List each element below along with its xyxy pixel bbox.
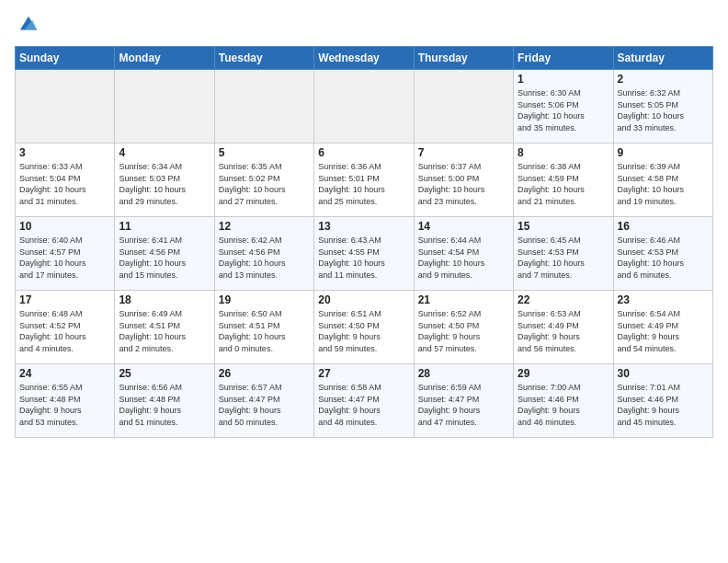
day-number: 8 [518, 146, 609, 159]
calendar-week-3: 10Sunrise: 6:40 AM Sunset: 4:57 PM Dayli… [16, 217, 713, 291]
day-info: Sunrise: 6:32 AM Sunset: 5:05 PM Dayligh… [618, 87, 709, 133]
day-number: 17 [19, 293, 110, 306]
day-info: Sunrise: 6:42 AM Sunset: 4:56 PM Dayligh… [219, 235, 310, 281]
day-number: 2 [618, 73, 709, 86]
calendar-table: SundayMondayTuesdayWednesdayThursdayFrid… [15, 46, 713, 438]
day-info: Sunrise: 6:51 AM Sunset: 4:50 PM Dayligh… [318, 308, 409, 354]
calendar-cell: 24Sunrise: 6:55 AM Sunset: 4:48 PM Dayli… [16, 364, 115, 438]
calendar-cell: 11Sunrise: 6:41 AM Sunset: 4:56 PM Dayli… [115, 217, 214, 291]
day-number: 15 [518, 220, 609, 233]
day-number: 24 [19, 367, 110, 380]
calendar-cell: 28Sunrise: 6:59 AM Sunset: 4:47 PM Dayli… [414, 364, 513, 438]
day-info: Sunrise: 6:35 AM Sunset: 5:02 PM Dayligh… [219, 161, 310, 207]
calendar-cell: 22Sunrise: 6:53 AM Sunset: 4:49 PM Dayli… [514, 291, 613, 364]
calendar-cell: 13Sunrise: 6:43 AM Sunset: 4:55 PM Dayli… [314, 217, 414, 291]
calendar-cell [314, 70, 414, 144]
calendar-cell: 20Sunrise: 6:51 AM Sunset: 4:50 PM Dayli… [314, 291, 414, 364]
calendar-header-row: SundayMondayTuesdayWednesdayThursdayFrid… [16, 47, 713, 70]
day-number: 14 [418, 220, 509, 233]
calendar-cell: 1Sunrise: 6:30 AM Sunset: 5:06 PM Daylig… [514, 70, 613, 144]
day-info: Sunrise: 6:58 AM Sunset: 4:47 PM Dayligh… [318, 382, 409, 428]
calendar-cell: 29Sunrise: 7:00 AM Sunset: 4:46 PM Dayli… [514, 364, 613, 438]
logo [15, 15, 39, 35]
calendar-header-monday: Monday [115, 47, 214, 70]
day-info: Sunrise: 6:33 AM Sunset: 5:04 PM Dayligh… [19, 161, 110, 207]
day-info: Sunrise: 6:46 AM Sunset: 4:53 PM Dayligh… [618, 235, 709, 281]
calendar-header-sunday: Sunday [16, 47, 115, 70]
calendar-cell: 4Sunrise: 6:34 AM Sunset: 5:03 PM Daylig… [115, 144, 214, 217]
calendar-cell: 15Sunrise: 6:45 AM Sunset: 4:53 PM Dayli… [514, 217, 613, 291]
calendar-cell: 8Sunrise: 6:38 AM Sunset: 4:59 PM Daylig… [514, 144, 613, 217]
day-number: 4 [119, 146, 210, 159]
calendar-cell: 25Sunrise: 6:56 AM Sunset: 4:48 PM Dayli… [115, 364, 214, 438]
day-number: 1 [518, 73, 609, 86]
day-number: 27 [318, 367, 409, 380]
day-info: Sunrise: 6:52 AM Sunset: 4:50 PM Dayligh… [418, 308, 509, 354]
day-number: 5 [219, 146, 310, 159]
day-info: Sunrise: 6:57 AM Sunset: 4:47 PM Dayligh… [219, 382, 310, 428]
calendar-week-5: 24Sunrise: 6:55 AM Sunset: 4:48 PM Dayli… [16, 364, 713, 438]
day-number: 26 [219, 367, 310, 380]
day-info: Sunrise: 6:37 AM Sunset: 5:00 PM Dayligh… [418, 161, 509, 207]
day-number: 16 [618, 220, 709, 233]
day-number: 12 [219, 220, 310, 233]
calendar-cell: 17Sunrise: 6:48 AM Sunset: 4:52 PM Dayli… [16, 291, 115, 364]
day-number: 7 [418, 146, 509, 159]
calendar-header-friday: Friday [514, 47, 613, 70]
day-number: 3 [19, 146, 110, 159]
calendar-cell: 27Sunrise: 6:58 AM Sunset: 4:47 PM Dayli… [314, 364, 414, 438]
calendar-cell: 14Sunrise: 6:44 AM Sunset: 4:54 PM Dayli… [414, 217, 513, 291]
day-info: Sunrise: 6:39 AM Sunset: 4:58 PM Dayligh… [618, 161, 709, 207]
calendar-cell: 16Sunrise: 6:46 AM Sunset: 4:53 PM Dayli… [613, 217, 712, 291]
day-info: Sunrise: 6:56 AM Sunset: 4:48 PM Dayligh… [119, 382, 210, 428]
calendar-cell: 19Sunrise: 6:50 AM Sunset: 4:51 PM Dayli… [214, 291, 313, 364]
day-info: Sunrise: 6:36 AM Sunset: 5:01 PM Dayligh… [318, 161, 409, 207]
calendar-cell: 7Sunrise: 6:37 AM Sunset: 5:00 PM Daylig… [414, 144, 513, 217]
calendar-header-wednesday: Wednesday [314, 47, 414, 70]
day-number: 30 [618, 367, 709, 380]
calendar-cell: 12Sunrise: 6:42 AM Sunset: 4:56 PM Dayli… [214, 217, 313, 291]
day-info: Sunrise: 6:54 AM Sunset: 4:49 PM Dayligh… [618, 308, 709, 354]
day-info: Sunrise: 6:59 AM Sunset: 4:47 PM Dayligh… [418, 382, 509, 428]
day-info: Sunrise: 6:55 AM Sunset: 4:48 PM Dayligh… [19, 382, 110, 428]
calendar-cell: 26Sunrise: 6:57 AM Sunset: 4:47 PM Dayli… [214, 364, 313, 438]
day-number: 18 [119, 293, 210, 306]
day-number: 29 [518, 367, 609, 380]
calendar-cell: 23Sunrise: 6:54 AM Sunset: 4:49 PM Dayli… [613, 291, 712, 364]
day-number: 25 [119, 367, 210, 380]
day-number: 11 [119, 220, 210, 233]
day-info: Sunrise: 6:41 AM Sunset: 4:56 PM Dayligh… [119, 235, 210, 281]
day-info: Sunrise: 6:53 AM Sunset: 4:49 PM Dayligh… [518, 308, 609, 354]
day-info: Sunrise: 6:45 AM Sunset: 4:53 PM Dayligh… [518, 235, 609, 281]
calendar-cell: 3Sunrise: 6:33 AM Sunset: 5:04 PM Daylig… [16, 144, 115, 217]
day-number: 28 [418, 367, 509, 380]
day-number: 21 [418, 293, 509, 306]
calendar-cell: 5Sunrise: 6:35 AM Sunset: 5:02 PM Daylig… [214, 144, 313, 217]
day-number: 22 [518, 293, 609, 306]
day-info: Sunrise: 7:01 AM Sunset: 4:46 PM Dayligh… [618, 382, 709, 428]
calendar-cell: 21Sunrise: 6:52 AM Sunset: 4:50 PM Dayli… [414, 291, 513, 364]
header [15, 15, 713, 35]
day-number: 6 [318, 146, 409, 159]
day-number: 20 [318, 293, 409, 306]
calendar-cell: 6Sunrise: 6:36 AM Sunset: 5:01 PM Daylig… [314, 144, 414, 217]
day-info: Sunrise: 6:50 AM Sunset: 4:51 PM Dayligh… [219, 308, 310, 354]
calendar-cell: 30Sunrise: 7:01 AM Sunset: 4:46 PM Dayli… [613, 364, 712, 438]
day-info: Sunrise: 6:43 AM Sunset: 4:55 PM Dayligh… [318, 235, 409, 281]
day-info: Sunrise: 6:40 AM Sunset: 4:57 PM Dayligh… [19, 235, 110, 281]
calendar-cell: 2Sunrise: 6:32 AM Sunset: 5:05 PM Daylig… [613, 70, 712, 144]
calendar-header-thursday: Thursday [414, 47, 513, 70]
day-info: Sunrise: 6:48 AM Sunset: 4:52 PM Dayligh… [19, 308, 110, 354]
calendar-cell [115, 70, 214, 144]
calendar-week-4: 17Sunrise: 6:48 AM Sunset: 4:52 PM Dayli… [16, 291, 713, 364]
calendar-cell: 10Sunrise: 6:40 AM Sunset: 4:57 PM Dayli… [16, 217, 115, 291]
day-info: Sunrise: 6:38 AM Sunset: 4:59 PM Dayligh… [518, 161, 609, 207]
day-info: Sunrise: 6:49 AM Sunset: 4:51 PM Dayligh… [119, 308, 210, 354]
page: SundayMondayTuesdayWednesdayThursdayFrid… [0, 0, 728, 563]
calendar-cell [214, 70, 313, 144]
calendar-header-saturday: Saturday [613, 47, 712, 70]
calendar-week-1: 1Sunrise: 6:30 AM Sunset: 5:06 PM Daylig… [16, 70, 713, 144]
day-number: 23 [618, 293, 709, 306]
day-number: 13 [318, 220, 409, 233]
calendar-cell: 9Sunrise: 6:39 AM Sunset: 4:58 PM Daylig… [613, 144, 712, 217]
